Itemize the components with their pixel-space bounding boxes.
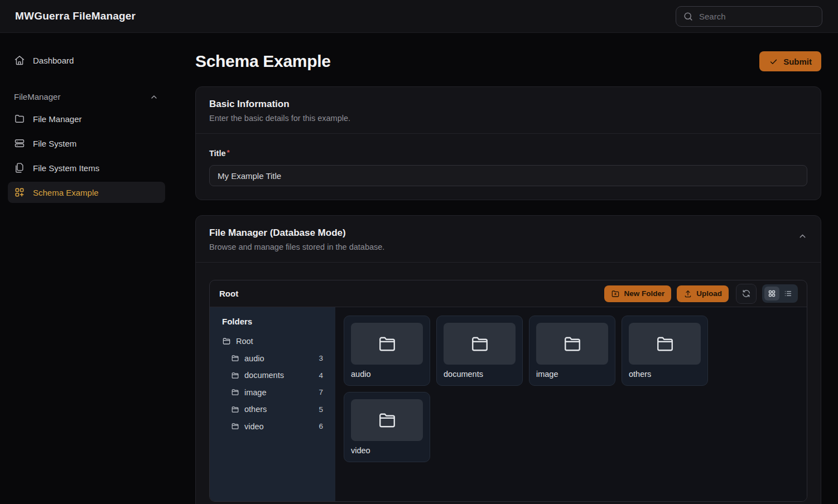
tree-item-image[interactable]: image 7 [222, 387, 323, 398]
browser-body: Folders Root audi [210, 307, 807, 501]
search-box[interactable] [676, 6, 822, 27]
folder-tree-panel: Folders Root audi [210, 307, 335, 501]
app-title: MWGuerra FileManager [15, 10, 136, 22]
list-view-button[interactable] [781, 287, 796, 301]
folder-icon [231, 354, 239, 362]
collapse-section-button[interactable] [798, 231, 807, 241]
card-subtitle: Enter the basic details for this example… [209, 114, 807, 123]
field-label-text: Title [209, 149, 226, 158]
sidebar-item-file-manager[interactable]: File Manager [8, 108, 165, 129]
folder-plus-icon [611, 289, 620, 298]
folder-icon [14, 113, 25, 124]
chevron-up-icon [150, 93, 158, 101]
sidebar-section-label: FileManager [14, 92, 60, 101]
list-view-icon [784, 289, 792, 298]
basic-information-body: Title* [196, 134, 821, 200]
tree-item-count: 3 [319, 354, 323, 362]
tree-item-label: video [244, 422, 264, 431]
file-manager-header: File Manager (Database Mode) Browse and … [196, 216, 821, 263]
folder-icon [231, 371, 239, 380]
folder-card-video[interactable]: video [344, 392, 430, 462]
tree-item-count: 5 [319, 405, 323, 414]
tree-item-video[interactable]: video 6 [222, 421, 323, 432]
topbar: MWGuerra FileManager [0, 0, 838, 33]
tree-item-label: documents [244, 371, 284, 380]
tree-item-label: image [244, 388, 267, 397]
sidebar-item-label: File System [33, 139, 76, 148]
folder-thumbnail [351, 399, 423, 441]
page-title: Schema Example [195, 52, 331, 71]
upload-icon [683, 289, 692, 298]
tree-item-others[interactable]: others 5 [222, 404, 323, 414]
grid-view-icon [768, 289, 776, 298]
sidebar: Dashboard FileManager File Manager File … [0, 33, 173, 504]
folder-name: others [629, 370, 701, 379]
tree-item-count: 6 [319, 422, 323, 430]
search-input[interactable] [699, 12, 815, 21]
upload-label: Upload [696, 289, 722, 298]
sidebar-item-file-system-items[interactable]: File System Items [8, 157, 165, 178]
new-folder-label: New Folder [624, 289, 664, 298]
breadcrumb: Root [219, 289, 238, 298]
folder-name: audio [351, 370, 423, 379]
folder-name: image [536, 370, 608, 379]
folder-card-image[interactable]: image [529, 316, 615, 386]
new-folder-button[interactable]: New Folder [604, 285, 671, 302]
folder-icon [231, 405, 239, 414]
sidebar-item-label: File System Items [33, 163, 99, 173]
folder-icon [231, 422, 239, 430]
grid-view-button[interactable] [764, 287, 779, 301]
card-title: Basic Information [209, 99, 807, 110]
folder-name: documents [444, 370, 516, 379]
sidebar-item-schema-example[interactable]: Schema Example [8, 182, 165, 203]
refresh-icon [741, 289, 751, 298]
tree-item-label: others [244, 405, 267, 414]
tree-item-label: audio [244, 354, 264, 363]
tree-item-root[interactable]: Root [222, 336, 323, 346]
title-field-label: Title* [209, 149, 230, 158]
file-manager-body: Root New Folder [196, 263, 821, 504]
upload-button[interactable]: Upload [677, 285, 729, 302]
folder-card-documents[interactable]: documents [436, 316, 523, 386]
folder-icon [377, 410, 397, 430]
folder-thumbnail [536, 323, 608, 365]
title-input[interactable] [209, 165, 807, 186]
basic-information-header: Basic Information Enter the basic detail… [196, 87, 821, 134]
sidebar-item-file-system[interactable]: File System [8, 133, 165, 154]
main-content: Schema Example Submit Basic Information … [173, 33, 838, 504]
folder-icon [377, 334, 397, 354]
tree-item-count: 7 [319, 388, 323, 396]
submit-label: Submit [783, 57, 812, 66]
folder-thumbnail [629, 323, 701, 365]
folder-icon [562, 334, 582, 354]
folder-card-others[interactable]: others [622, 316, 708, 386]
card-subtitle: Browse and manage files stored in the da… [209, 243, 807, 251]
tree-item-audio[interactable]: audio 3 [222, 353, 323, 364]
sidebar-item-label: Dashboard [33, 56, 74, 65]
view-toggle [762, 284, 798, 303]
check-icon [769, 57, 778, 66]
server-icon [14, 138, 25, 149]
sidebar-item-dashboard[interactable]: Dashboard [8, 50, 165, 71]
folder-grid: audio documents [335, 307, 807, 501]
sidebar-item-label: Schema Example [33, 188, 99, 197]
folder-icon [655, 334, 675, 354]
file-manager-card: File Manager (Database Mode) Browse and … [195, 215, 821, 504]
refresh-button[interactable] [736, 284, 757, 304]
basic-information-card: Basic Information Enter the basic detail… [195, 86, 821, 200]
submit-button[interactable]: Submit [759, 51, 821, 71]
tree-item-documents[interactable]: documents 4 [222, 370, 323, 380]
browser-toolbar: Root New Folder [210, 280, 807, 307]
browser-controls: New Folder Upload [604, 284, 798, 304]
folder-card-audio[interactable]: audio [344, 316, 430, 386]
sidebar-section-filemanager[interactable]: FileManager [14, 92, 158, 101]
files-icon [14, 162, 25, 173]
sidebar-item-label: File Manager [33, 114, 82, 124]
tree-item-label: Root [236, 337, 253, 346]
folder-icon [231, 388, 239, 396]
card-title: File Manager (Database Mode) [209, 227, 807, 239]
required-asterisk: * [227, 148, 230, 157]
page-header: Schema Example Submit [195, 51, 821, 71]
search-icon [683, 11, 693, 22]
folders-heading: Folders [222, 317, 323, 326]
